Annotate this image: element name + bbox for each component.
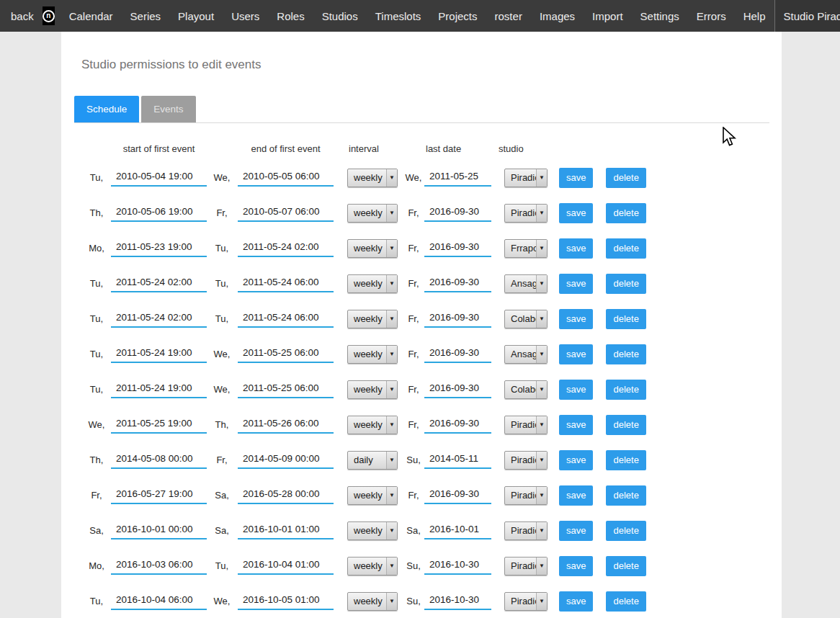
last-date-input[interactable] (424, 240, 491, 257)
start-datetime-input[interactable] (111, 522, 207, 539)
start-datetime-input[interactable] (111, 487, 207, 504)
interval-select[interactable]: daily ▼ (347, 451, 398, 470)
interval-select[interactable]: weekly ▼ (347, 204, 398, 223)
save-button[interactable]: save (559, 309, 593, 329)
studio-dropdown[interactable]: Studio Piradio ▼ (775, 0, 840, 32)
interval-select[interactable]: weekly ▼ (347, 486, 398, 505)
end-datetime-input[interactable] (238, 522, 334, 539)
last-date-input[interactable] (424, 522, 491, 539)
delete-button[interactable]: delete (606, 168, 645, 188)
last-date-input[interactable] (424, 169, 491, 187)
nav-item-timeslots[interactable]: Timeslots (367, 10, 430, 22)
start-datetime-input[interactable] (111, 240, 207, 257)
studio-select[interactable]: Piradio ▼ (504, 486, 548, 505)
last-date-input[interactable] (424, 275, 491, 292)
start-datetime-input[interactable] (111, 381, 207, 398)
back-link[interactable]: back (0, 10, 41, 22)
last-date-input[interactable] (424, 346, 491, 363)
studio-select[interactable]: Piradio ▼ (504, 169, 548, 187)
delete-button[interactable]: delete (606, 485, 645, 506)
last-date-input[interactable] (424, 487, 491, 504)
start-datetime-input[interactable] (111, 310, 207, 328)
end-datetime-input[interactable] (238, 416, 334, 434)
last-date-input[interactable] (424, 381, 491, 398)
tab-schedule[interactable]: Schedule (74, 96, 139, 122)
start-datetime-input[interactable] (111, 169, 207, 187)
save-button[interactable]: save (559, 344, 593, 364)
nav-item-calendar[interactable]: Calendar (61, 10, 122, 22)
nav-item-import[interactable]: Import (584, 10, 632, 22)
interval-select[interactable]: weekly ▼ (347, 557, 398, 576)
studio-select[interactable]: Colabo ▼ (504, 310, 548, 328)
start-datetime-input[interactable] (111, 346, 207, 363)
interval-select[interactable]: weekly ▼ (347, 521, 398, 540)
delete-button[interactable]: delete (606, 344, 645, 364)
save-button[interactable]: save (559, 274, 593, 294)
interval-select[interactable]: weekly ▼ (347, 345, 398, 364)
nav-item-errors[interactable]: Errors (688, 10, 735, 22)
delete-button[interactable]: delete (606, 274, 645, 294)
nav-item-images[interactable]: Images (531, 10, 584, 22)
start-datetime-input[interactable] (111, 593, 207, 610)
end-datetime-input[interactable] (238, 346, 334, 363)
interval-select[interactable]: weekly ▼ (347, 592, 398, 611)
nav-item-roster[interactable]: roster (486, 10, 531, 22)
last-date-input[interactable] (424, 593, 491, 610)
interval-select[interactable]: weekly ▼ (347, 310, 398, 328)
last-date-input[interactable] (424, 416, 491, 434)
last-date-input[interactable] (424, 205, 491, 222)
studio-select[interactable]: Colabo ▼ (504, 380, 548, 399)
nav-item-studios[interactable]: Studios (313, 10, 367, 22)
save-button[interactable]: save (559, 415, 593, 435)
interval-select[interactable]: weekly ▼ (347, 380, 398, 399)
delete-button[interactable]: delete (606, 238, 645, 259)
tab-events[interactable]: Events (141, 96, 195, 122)
end-datetime-input[interactable] (238, 452, 334, 469)
end-datetime-input[interactable] (238, 381, 334, 398)
save-button[interactable]: save (559, 556, 593, 576)
start-datetime-input[interactable] (111, 416, 207, 434)
studio-select[interactable]: Ansage ▼ (504, 345, 548, 364)
delete-button[interactable]: delete (606, 203, 645, 223)
end-datetime-input[interactable] (238, 275, 334, 292)
studio-select[interactable]: Frrapo ▼ (504, 239, 548, 258)
save-button[interactable]: save (559, 168, 593, 188)
end-datetime-input[interactable] (238, 310, 334, 328)
end-datetime-input[interactable] (238, 487, 334, 504)
delete-button[interactable]: delete (606, 380, 645, 400)
save-button[interactable]: save (559, 450, 593, 470)
interval-select[interactable]: weekly ▼ (347, 239, 398, 258)
studio-select[interactable]: Piradio ▼ (504, 416, 548, 434)
interval-select[interactable]: weekly ▼ (347, 169, 398, 187)
save-button[interactable]: save (559, 380, 593, 400)
end-datetime-input[interactable] (238, 205, 334, 222)
delete-button[interactable]: delete (606, 591, 645, 612)
nav-item-projects[interactable]: Projects (429, 10, 486, 22)
nav-item-series[interactable]: Series (122, 10, 170, 22)
start-datetime-input[interactable] (111, 275, 207, 292)
save-button[interactable]: save (559, 238, 593, 259)
save-button[interactable]: save (559, 203, 593, 223)
start-datetime-input[interactable] (111, 452, 207, 469)
studio-select[interactable]: Piradio ▼ (504, 204, 548, 223)
delete-button[interactable]: delete (606, 521, 645, 541)
nav-item-roles[interactable]: Roles (268, 10, 313, 22)
studio-select[interactable]: Piradio ▼ (504, 557, 548, 576)
nav-item-help[interactable]: Help (735, 10, 774, 22)
end-datetime-input[interactable] (238, 169, 334, 187)
last-date-input[interactable] (424, 557, 491, 575)
interval-select[interactable]: weekly ▼ (347, 274, 398, 293)
save-button[interactable]: save (559, 591, 593, 612)
delete-button[interactable]: delete (606, 415, 645, 435)
save-button[interactable]: save (559, 521, 593, 541)
nav-item-users[interactable]: Users (223, 10, 268, 22)
studio-select[interactable]: Piradio ▼ (504, 521, 548, 540)
studio-select[interactable]: Piradio ▼ (504, 451, 548, 470)
save-button[interactable]: save (559, 485, 593, 506)
last-date-input[interactable] (424, 310, 491, 328)
end-datetime-input[interactable] (238, 593, 334, 610)
delete-button[interactable]: delete (606, 309, 645, 329)
start-datetime-input[interactable] (111, 205, 207, 222)
last-date-input[interactable] (424, 452, 491, 469)
studio-select[interactable]: Ansage ▼ (504, 274, 548, 293)
